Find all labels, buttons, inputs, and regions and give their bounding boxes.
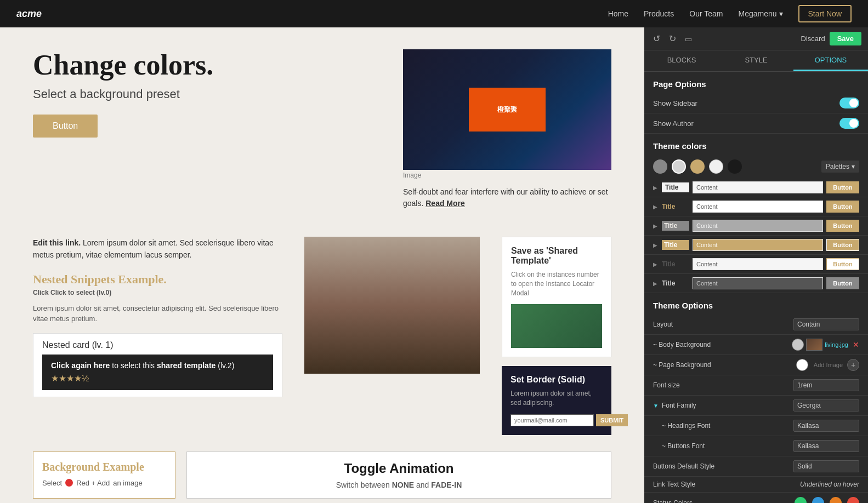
preset-button-6[interactable]: Button	[826, 277, 859, 289]
show-sidebar-toggle[interactable]	[839, 98, 859, 108]
tab-style[interactable]: STYLE	[719, 50, 793, 71]
buttons-font-select[interactable]: Kailasa	[793, 440, 859, 452]
body-bg-filename: living.jpg	[825, 341, 848, 348]
nested-card-dark[interactable]: Click again here to select this shared t…	[42, 355, 273, 390]
preset-content-1: Content	[693, 181, 823, 193]
expand-arrow-1[interactable]: ▶	[653, 185, 657, 191]
buttons-style-select[interactable]: Solid	[793, 460, 859, 472]
read-more-link[interactable]: Read More	[426, 199, 465, 208]
orange-screen: 橙聚聚	[469, 88, 546, 132]
toggle-animation-desc: Switch between NONE and FADE-IN	[336, 481, 462, 489]
lorem-text: Lorem ipsum dolor sit amet, consectetur …	[33, 303, 282, 324]
preset-content-3: Content	[693, 220, 823, 232]
mid-right: Save as 'Shared Template' Click on the i…	[502, 237, 611, 435]
mid-center-image	[304, 237, 480, 374]
redo-button[interactable]: ↻	[667, 32, 678, 45]
color-preset-row-6[interactable]: ▶ Title Content Button	[644, 274, 868, 293]
headings-font-select[interactable]: Kailasa	[793, 420, 859, 432]
save-button[interactable]: Save	[830, 32, 861, 45]
panel-topbar: ↺ ↻ ▭ Discard Save	[644, 27, 868, 50]
theme-colors-row: Palettes ▾	[644, 155, 868, 178]
set-border-box: Set Border (Solid) Lorem ipsum dolor sit…	[502, 366, 611, 435]
color-swatch-1[interactable]	[672, 159, 686, 174]
red-plus-label: Red + Add	[76, 479, 110, 487]
tab-blocks[interactable]: BLOCKS	[644, 50, 719, 71]
font-family-select[interactable]: Georgia	[793, 399, 859, 411]
show-author-label: Show Author	[653, 119, 839, 128]
nav-megamenu[interactable]: Megamenu ▾	[738, 9, 782, 18]
discard-button[interactable]: Discard	[801, 35, 825, 43]
color-preset-row-5[interactable]: ▶ Title Content Button	[644, 255, 868, 274]
save-template-box: Save as 'Shared Template' Click on the i…	[502, 237, 611, 357]
show-sidebar-row: Show Sidebar	[644, 93, 868, 113]
preset-content-5: Content	[693, 258, 823, 270]
edit-link-text: Edit this link. Lorem ipsum dolor sit am…	[33, 237, 282, 261]
nested-card-title: Nested card (lv. 1)	[42, 340, 273, 350]
mid-section: Edit this link. Lorem ipsum dolor sit am…	[0, 231, 644, 446]
tab-options[interactable]: OPTIONS	[793, 50, 868, 71]
layout-select[interactable]: Contain	[793, 318, 859, 330]
status-color-green[interactable]	[795, 497, 807, 503]
preset-title-2: Title	[662, 203, 689, 210]
panel-content: Page Options Show Sidebar Show Author Th…	[644, 72, 868, 503]
body-bg-row: ~ Body Background living.jpg ✕	[644, 335, 868, 355]
show-sidebar-label: Show Sidebar	[653, 99, 839, 107]
preset-button-4[interactable]: Button	[826, 239, 859, 251]
expand-arrow-3[interactable]: ▶	[653, 223, 657, 229]
template-img-placeholder	[511, 304, 602, 348]
interior-image-placeholder	[304, 237, 480, 374]
edit-link-bold[interactable]: Edit this link.	[33, 238, 81, 247]
hero-right: 橙聚聚 Image Self-doubt and fear interfere …	[403, 49, 611, 209]
expand-arrow-5[interactable]: ▶	[653, 261, 657, 267]
font-family-row: ▼ Font Family Georgia	[644, 396, 868, 416]
preset-button-5[interactable]: Button	[826, 258, 859, 270]
submit-button[interactable]: SUBMIT	[596, 414, 628, 426]
save-template-desc: Click on the instances number to open th…	[511, 270, 602, 298]
preset-button-3[interactable]: Button	[826, 220, 859, 232]
color-preset-row-2[interactable]: ▶ Title Content Button	[644, 197, 868, 216]
hero-image-placeholder: 橙聚聚	[403, 49, 611, 170]
expand-arrow-6[interactable]: ▶	[653, 281, 657, 287]
nav-link-our-team[interactable]: Our Team	[689, 9, 723, 18]
email-input[interactable]	[510, 414, 594, 426]
nested-card[interactable]: Nested card (lv. 1) Click again here to …	[33, 333, 282, 397]
preset-button-2[interactable]: Button	[826, 201, 859, 213]
nav-link-home[interactable]: Home	[608, 9, 628, 18]
hero-left: Change colors. Select a background prese…	[33, 49, 381, 138]
body-bg-image-thumb[interactable]	[806, 339, 822, 351]
hero-button[interactable]: Button	[33, 115, 98, 138]
color-swatch-2[interactable]	[690, 159, 705, 174]
status-color-orange[interactable]	[830, 497, 842, 503]
status-color-blue[interactable]	[812, 497, 824, 503]
color-swatch-4[interactable]	[728, 159, 742, 174]
preset-button-1[interactable]: Button	[826, 181, 859, 193]
device-icon[interactable]: ▭	[685, 35, 692, 43]
mid-left: Edit this link. Lorem ipsum dolor sit am…	[33, 237, 282, 435]
body-bg-option: living.jpg ✕	[792, 339, 859, 351]
body-bg-remove[interactable]: ✕	[853, 340, 859, 349]
color-swatch-0[interactable]	[653, 159, 667, 174]
set-border-desc: Lorem ipsum dolor sit amet, sed adipisci…	[510, 389, 603, 408]
hero-section: Change colors. Select a background prese…	[0, 27, 644, 231]
color-swatch-3[interactable]	[709, 159, 723, 174]
bottom-section: Background Example Select Red + Add an i…	[0, 446, 644, 503]
expand-arrow-4[interactable]: ▶	[653, 242, 657, 248]
palettes-button[interactable]: Palettes ▾	[821, 161, 859, 173]
body-bg-color-thumb[interactable]	[792, 339, 804, 351]
buttons-font-row: ~ Buttons Font Kailasa	[644, 436, 868, 456]
page-bg-color-thumb[interactable]	[796, 359, 808, 371]
undo-button[interactable]: ↺	[651, 32, 662, 45]
show-author-toggle[interactable]	[839, 118, 859, 129]
top-navigation: acme Home Products Our Team Megamenu ▾ S…	[0, 0, 868, 27]
nav-start-button[interactable]: Start Now	[798, 5, 852, 22]
nav-link-products[interactable]: Products	[644, 9, 674, 18]
font-family-expand[interactable]: ▼	[653, 403, 659, 409]
color-preset-row-4[interactable]: ▶ Title Content Button	[644, 236, 868, 255]
expand-arrow-2[interactable]: ▶	[653, 204, 657, 210]
color-preset-row-1[interactable]: ▶ Title Content Button	[644, 178, 868, 197]
page-bg-add-button[interactable]: +	[847, 359, 859, 371]
font-size-select[interactable]: 1rem	[793, 379, 859, 391]
color-preset-row-3[interactable]: ▶ Title Content Button	[644, 216, 868, 236]
font-family-label: Font Family	[662, 402, 793, 409]
status-color-red[interactable]	[847, 497, 859, 503]
